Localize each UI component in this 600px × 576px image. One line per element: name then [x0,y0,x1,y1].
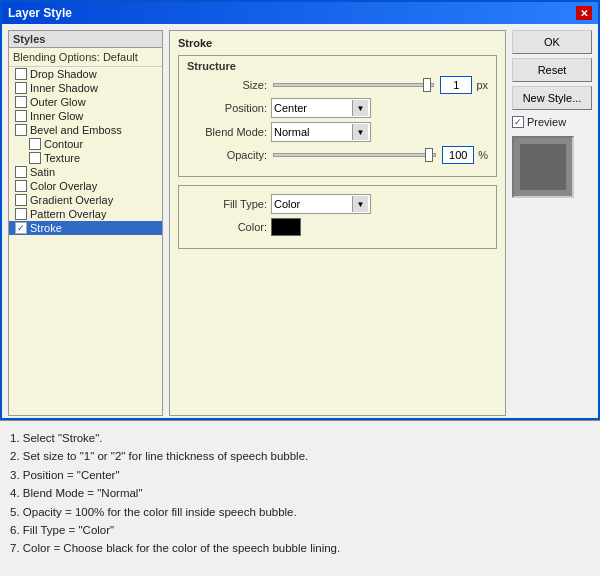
sidebar-item-inner-glow[interactable]: Inner Glow [9,109,162,123]
label-inner-glow: Inner Glow [30,110,83,122]
position-arrow: ▼ [352,100,368,116]
right-panel: OK Reset New Style... ✓ Preview [512,30,592,416]
opacity-unit: % [478,149,488,161]
new-style-button[interactable]: New Style... [512,86,592,110]
position-label: Position: [187,102,267,114]
sidebar-item-contour[interactable]: Contour [9,137,162,151]
structure-group: Structure Size: px Position: Center ▼ [178,55,497,177]
reset-button[interactable]: Reset [512,58,592,82]
color-row: Color: [187,218,488,236]
preview-label: Preview [527,116,566,128]
structure-title: Structure [187,60,488,72]
checkbox-inner-glow[interactable] [15,110,27,122]
window-title: Layer Style [8,6,72,20]
blend-mode-value: Normal [274,126,309,138]
bottom-text-line: 3. Position = "Center" [10,466,590,484]
sidebar-item-outer-glow[interactable]: Outer Glow [9,95,162,109]
fill-type-row: Fill Type: Color ▼ [187,194,488,214]
bottom-text-line: 4. Blend Mode = "Normal" [10,484,590,502]
sidebar-item-color-overlay[interactable]: Color Overlay [9,179,162,193]
checkbox-stroke[interactable]: ✓ [15,222,27,234]
label-color-overlay: Color Overlay [30,180,97,192]
preview-checkbox[interactable]: ✓ [512,116,524,128]
label-satin: Satin [30,166,55,178]
position-row: Position: Center ▼ [187,98,488,118]
stroke-group: Stroke Structure Size: px Position: [169,30,506,416]
checkbox-gradient-overlay[interactable] [15,194,27,206]
blend-mode-row: Blend Mode: Normal ▼ [187,122,488,142]
opacity-slider[interactable] [273,153,436,157]
preview-swatch [512,136,574,198]
opacity-label: Opacity: [187,149,267,161]
size-input[interactable] [440,76,472,94]
label-texture: Texture [44,152,80,164]
blend-mode-arrow: ▼ [352,124,368,140]
fill-type-value: Color [274,198,300,210]
position-value: Center [274,102,307,114]
bottom-text-line: 1. Select "Stroke". [10,429,590,447]
label-drop-shadow: Drop Shadow [30,68,97,80]
bottom-text-line: 5. Opacity = 100% for the color fill ins… [10,503,590,521]
checkbox-inner-shadow[interactable] [15,82,27,94]
layer-style-window: Layer Style ✕ Styles Blending Options: D… [0,0,600,420]
position-select[interactable]: Center ▼ [271,98,371,118]
sidebar-item-drop-shadow[interactable]: Drop Shadow [9,67,162,81]
sidebar-item-inner-shadow[interactable]: Inner Shadow [9,81,162,95]
label-contour: Contour [44,138,83,150]
checkbox-outer-glow[interactable] [15,96,27,108]
size-unit: px [476,79,488,91]
left-panel: Styles Blending Options: Default Drop Sh… [8,30,163,416]
size-slider[interactable] [273,83,434,87]
label-gradient-overlay: Gradient Overlay [30,194,113,206]
sidebar-item-pattern-overlay[interactable]: Pattern Overlay [9,207,162,221]
label-outer-glow: Outer Glow [30,96,86,108]
blend-mode-select[interactable]: Normal ▼ [271,122,371,142]
bottom-text: 1. Select "Stroke".2. Set size to "1" or… [0,420,600,566]
checkbox-pattern-overlay[interactable] [15,208,27,220]
label-bevel-emboss: Bevel and Emboss [30,124,122,136]
bottom-text-line: 6. Fill Type = "Color" [10,521,590,539]
left-panel-title: Styles [9,31,162,48]
fill-type-arrow: ▼ [352,196,368,212]
checkbox-texture[interactable] [29,152,41,164]
opacity-row: Opacity: % [187,146,488,164]
window-body: Styles Blending Options: Default Drop Sh… [2,24,598,422]
sidebar-item-gradient-overlay[interactable]: Gradient Overlay [9,193,162,207]
color-label: Color: [187,221,267,233]
color-swatch[interactable] [271,218,301,236]
opacity-input[interactable] [442,146,474,164]
size-row: Size: px [187,76,488,94]
fill-type-label: Fill Type: [187,198,267,210]
bottom-text-line: 2. Set size to "1" or "2" for line thick… [10,447,590,465]
blend-mode-label: Blend Mode: [187,126,267,138]
label-pattern-overlay: Pattern Overlay [30,208,106,220]
bottom-text-line: 7. Color = Choose black for the color of… [10,539,590,557]
preview-inner [520,144,566,190]
ok-button[interactable]: OK [512,30,592,54]
checkbox-satin[interactable] [15,166,27,178]
size-label: Size: [187,79,267,91]
close-button[interactable]: ✕ [576,6,592,20]
sidebar-item-texture[interactable]: Texture [9,151,162,165]
label-inner-shadow: Inner Shadow [30,82,98,94]
checkbox-contour[interactable] [29,138,41,150]
checkbox-drop-shadow[interactable] [15,68,27,80]
sidebar-item-stroke[interactable]: ✓Stroke [9,221,162,235]
fill-type-group: Fill Type: Color ▼ Color: [178,185,497,249]
preview-row: ✓ Preview [512,116,592,128]
label-stroke: Stroke [30,222,62,234]
blending-options-item[interactable]: Blending Options: Default [9,48,162,67]
center-panel: Stroke Structure Size: px Position: [169,30,506,416]
sidebar-item-satin[interactable]: Satin [9,165,162,179]
checkbox-bevel-emboss[interactable] [15,124,27,136]
checkbox-color-overlay[interactable] [15,180,27,192]
fill-type-select[interactable]: Color ▼ [271,194,371,214]
title-bar: Layer Style ✕ [2,2,598,24]
stroke-group-title: Stroke [178,37,497,49]
sidebar-item-bevel-emboss[interactable]: Bevel and Emboss [9,123,162,137]
